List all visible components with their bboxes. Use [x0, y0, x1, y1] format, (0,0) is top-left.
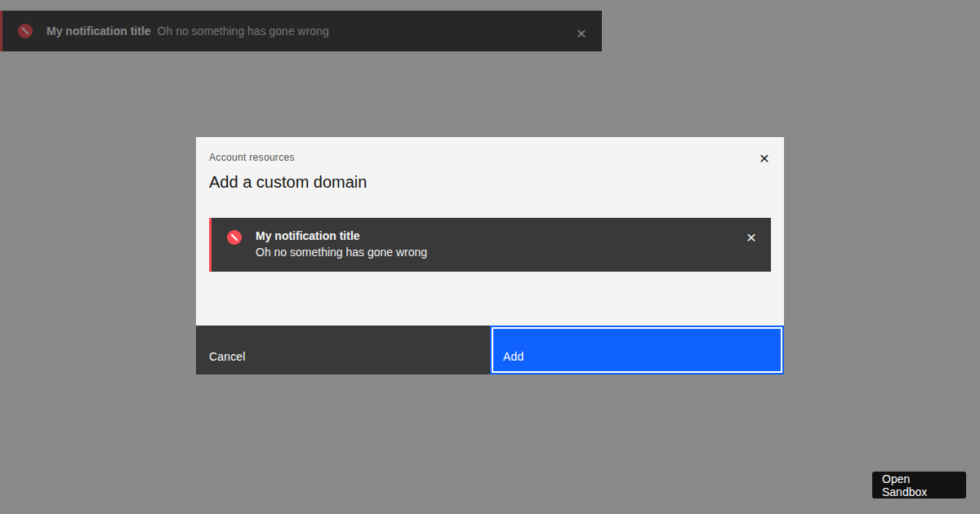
error-blocked-icon	[227, 230, 242, 245]
close-icon: ×	[746, 228, 756, 246]
notification-text: My notification title Oh no something ha…	[256, 228, 427, 260]
add-custom-domain-modal: Account resources Add a custom domain × …	[196, 137, 784, 374]
close-icon: ×	[760, 149, 769, 166]
modal-header: Account resources Add a custom domain ×	[196, 137, 784, 193]
modal-label: Account resources	[209, 151, 745, 164]
modal-close-button[interactable]: ×	[751, 144, 777, 171]
notification-close-button[interactable]: ×	[738, 224, 764, 250]
cancel-button[interactable]: Cancel	[196, 326, 490, 374]
notification-title: My notification title	[256, 228, 427, 244]
notification-subtitle: Oh no something has gone wrong	[256, 244, 427, 260]
modal-title: Add a custom domain	[209, 171, 745, 193]
modal-footer: Cancel Add	[196, 326, 784, 374]
inline-error-notification: My notification title Oh no something ha…	[209, 218, 771, 272]
add-button[interactable]: Add	[490, 326, 784, 374]
open-sandbox-button[interactable]: Open Sandbox	[872, 472, 966, 498]
